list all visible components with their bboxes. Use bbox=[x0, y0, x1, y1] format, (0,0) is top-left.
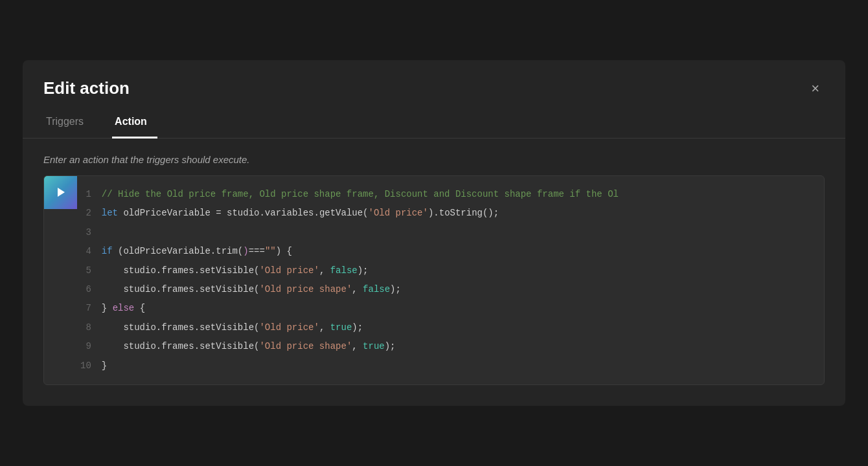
code-line-8: studio.frames.setVisible('Old price', tr… bbox=[102, 318, 808, 337]
description-text: Enter an action that the triggers should… bbox=[23, 139, 845, 175]
edit-action-dialog: Edit action × Triggers Action Enter an a… bbox=[23, 60, 845, 406]
code-line-2: let oldPriceVariable = studio.variables.… bbox=[102, 204, 808, 223]
run-icon bbox=[52, 184, 68, 200]
code-line-5: studio.frames.setVisible('Old price', fa… bbox=[102, 261, 808, 280]
close-button[interactable]: × bbox=[806, 79, 825, 98]
tab-bar: Triggers Action bbox=[23, 98, 845, 139]
code-line-7: } else { bbox=[102, 299, 808, 318]
tab-action[interactable]: Action bbox=[112, 111, 157, 139]
tab-triggers[interactable]: Triggers bbox=[43, 111, 94, 139]
code-editor[interactable]: 1 2 3 4 5 6 7 8 9 10 // Hide the Old pri… bbox=[43, 175, 825, 385]
dialog-header: Edit action × bbox=[23, 60, 845, 98]
run-button[interactable] bbox=[43, 175, 77, 209]
code-line-4: if (oldPriceVariable.trim()==="") { bbox=[102, 242, 808, 261]
code-line-10: } bbox=[102, 357, 808, 375]
code-line-9: studio.frames.setVisible('Old price shap… bbox=[102, 337, 808, 356]
code-lines: // Hide the Old price frame, Old price s… bbox=[102, 176, 824, 384]
dialog-title: Edit action bbox=[43, 78, 130, 98]
code-line-3 bbox=[102, 223, 808, 242]
code-line-1: // Hide the Old price frame, Old price s… bbox=[102, 185, 808, 204]
code-line-6: studio.frames.setVisible('Old price shap… bbox=[102, 280, 808, 299]
